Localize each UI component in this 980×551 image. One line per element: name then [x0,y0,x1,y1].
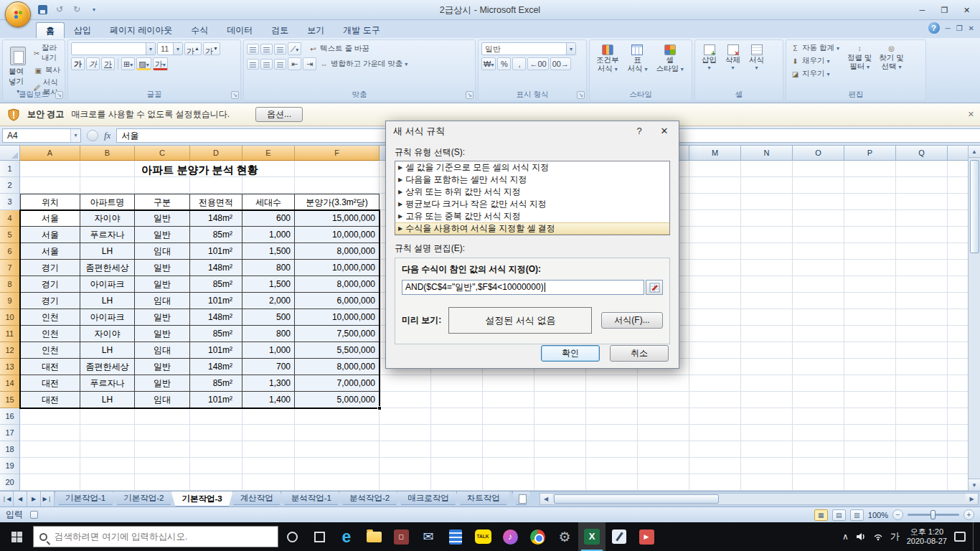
cell-M20[interactable] [689,474,741,491]
cell-F20[interactable] [295,474,380,491]
cell-F10[interactable]: 10,000,000 [295,309,380,326]
cell-A9[interactable]: 경기 [20,293,80,309]
align-bottom-icon[interactable] [274,44,286,55]
cell-N15[interactable] [741,392,793,408]
cell-C9[interactable]: 임대 [135,293,190,309]
format-as-table-button[interactable]: 표 서식 ▾ [624,42,651,76]
cell-D6[interactable]: 101m² [190,243,242,260]
cell-K16[interactable] [586,408,638,425]
borders-icon[interactable]: ⊞▾ [121,57,135,70]
ribbon-tab-8[interactable]: 개발 도구 [334,22,389,38]
cell-C7[interactable]: 일반 [135,260,190,276]
ribbon-tab-3[interactable]: 페이지 레이아웃 [100,22,182,38]
column-header-A[interactable]: A [20,146,80,161]
cell-O19[interactable] [793,458,844,474]
cell-N13[interactable] [741,359,793,375]
music-icon[interactable]: ♪ [496,522,524,551]
align-center-icon[interactable] [260,59,273,70]
cell-P4[interactable] [844,210,896,227]
cell-G19[interactable] [380,458,431,474]
row-header-6[interactable]: 6 [0,243,20,260]
cell-I14[interactable] [483,375,534,392]
sheet-tab-1[interactable]: 기본작업-1 [55,491,116,505]
cell-C4[interactable]: 일반 [135,210,190,227]
cell-P10[interactable] [844,309,896,326]
cell-H20[interactable] [431,474,483,491]
cell-A6[interactable]: 서울 [20,243,80,260]
excel-icon[interactable]: X [578,522,606,551]
page-break-view-icon[interactable]: ▥ [850,509,864,521]
cell-E4[interactable]: 600 [242,210,295,227]
cell-B18[interactable] [80,441,135,458]
cell-E6[interactable]: 1,500 [242,243,295,260]
cell-D5[interactable]: 85m² [190,227,242,243]
cell-F15[interactable]: 5,000,000 [295,392,380,408]
cell-M3[interactable] [689,194,741,210]
row-header-10[interactable]: 10 [0,309,20,326]
row-header-4[interactable]: 4 [0,210,20,227]
cell-M16[interactable] [689,408,741,425]
cell-P12[interactable] [844,342,896,359]
cell-C3[interactable]: 구분 [135,194,190,210]
cell-M7[interactable] [689,260,741,276]
ribbon-tab-7[interactable]: 보기 [298,22,334,38]
cell-B20[interactable] [80,474,135,491]
cell-A13[interactable]: 대전 [20,359,80,375]
cell-M9[interactable] [689,293,741,309]
cell-Q2[interactable] [896,177,948,194]
cell-D12[interactable]: 101m² [190,342,242,359]
maximize-button[interactable]: ❐ [934,2,955,17]
conditional-formatting-button[interactable]: 조건부 서식 ▾ [593,42,623,76]
normal-view-icon[interactable]: ▦ [814,509,828,521]
cell-A16[interactable] [20,408,80,425]
cell-A14[interactable]: 대전 [20,375,80,392]
cell-M11[interactable] [689,326,741,342]
next-sheet-button[interactable]: ▶ [27,491,41,507]
cell-G15[interactable] [380,392,431,408]
cell-G20[interactable] [380,474,431,491]
taskbar-clock[interactable]: 오후 1:20 2020-08-27 [907,527,947,546]
macro-record-icon[interactable] [30,511,38,519]
cell-O12[interactable] [793,342,844,359]
pen-icon[interactable] [606,522,633,551]
sheet-tab-7[interactable]: 매크로작업 [397,491,460,505]
cell-G18[interactable] [380,441,431,458]
start-button[interactable] [0,522,33,551]
first-sheet-button[interactable]: ❘◀ [0,491,14,507]
row-header-20[interactable]: 20 [0,474,20,491]
ribbon-tab-5[interactable]: 데이터 [217,22,262,38]
cell-A1[interactable] [20,161,80,177]
cell-E11[interactable]: 800 [242,326,295,342]
cell-N12[interactable] [741,342,793,359]
cortana-icon[interactable] [278,522,306,551]
cell-M14[interactable] [689,375,741,392]
cell-Q7[interactable] [896,260,948,276]
cell-C11[interactable]: 일반 [135,326,190,342]
cell-O17[interactable] [793,425,844,441]
rule-type-item-1[interactable]: ▶셀 값을 기준으로 모든 셀의 서식 지정 [395,161,669,174]
cell-J17[interactable] [534,425,586,441]
row-header-13[interactable]: 13 [0,359,20,375]
find-select-button[interactable]: ◎ 찾기 및 선택 ▾ [875,42,907,80]
last-sheet-button[interactable]: ▶❘ [41,491,55,507]
font-name-combo[interactable]: ▾ [71,42,156,55]
cell-O6[interactable] [793,243,844,260]
cell-D14[interactable]: 85m² [190,375,242,392]
insert-worksheet-button[interactable] [512,491,531,505]
rule-formula-input[interactable]: AND($C$4="일반",$F$4<10000000) [402,280,644,295]
cell-P7[interactable] [844,260,896,276]
scroll-left-icon[interactable]: ◀ [540,494,552,504]
show-desktop-button[interactable] [973,522,977,551]
cell-E15[interactable]: 1,400 [242,392,295,408]
cell-J18[interactable] [534,441,586,458]
cell-K20[interactable] [586,474,638,491]
row-header-1[interactable]: 1 [0,161,20,177]
cell-P13[interactable] [844,359,896,375]
cell-F12[interactable]: 5,500,000 [295,342,380,359]
cell-D8[interactable]: 85m² [190,276,242,293]
cell-O9[interactable] [793,293,844,309]
zoom-slider[interactable] [908,514,959,516]
cell-Q4[interactable] [896,210,948,227]
row-header-11[interactable]: 11 [0,326,20,342]
cell-B17[interactable] [80,425,135,441]
